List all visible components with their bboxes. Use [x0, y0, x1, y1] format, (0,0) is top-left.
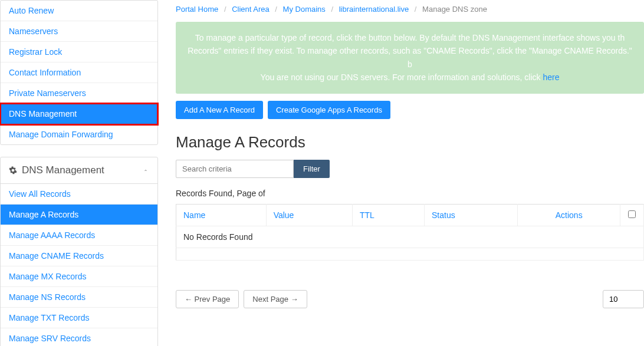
create-google-apps-button[interactable]: Create Google Apps A Records	[268, 101, 390, 119]
table-header-actions[interactable]: Actions	[518, 204, 620, 226]
breadcrumb-separator: /	[411, 5, 420, 14]
sidebar-dns-panel: DNS Management View All Records Manage A…	[0, 157, 158, 346]
alert-line-3-prefix: You are not using our DNS servers. For m…	[261, 73, 543, 82]
records-table: Name Value TTL Status Actions No Records…	[176, 204, 644, 261]
breadcrumb-current: Manage DNS zone	[422, 5, 487, 14]
table-header-value[interactable]: Value	[266, 204, 352, 226]
sidebar-item-nameservers[interactable]: Nameservers	[1, 21, 157, 41]
sidebar-item-private-nameservers[interactable]: Private Nameservers	[1, 83, 157, 103]
breadcrumb: Portal Home / Client Area / My Domains /…	[176, 0, 644, 22]
breadcrumb-my-domains[interactable]: My Domains	[283, 5, 326, 14]
next-page-button[interactable]: Next Page →	[244, 290, 307, 308]
dns-item-ns-records[interactable]: Manage NS Records	[1, 287, 157, 307]
breadcrumb-separator: /	[221, 5, 230, 14]
dns-panel-title: DNS Management	[22, 164, 104, 176]
chevron-up-icon	[142, 167, 149, 174]
sidebar-item-domain-forwarding[interactable]: Manage Domain Forwarding	[1, 124, 157, 144]
table-empty-row: No Records Found	[176, 226, 644, 248]
table-header-name[interactable]: Name	[176, 204, 267, 226]
add-a-record-button[interactable]: Add A New A Record	[176, 101, 263, 119]
alert-line-1: To manage a particular type of record, c…	[188, 31, 632, 44]
sidebar-item-auto-renew[interactable]: Auto Renew	[1, 1, 157, 21]
dns-item-view-all[interactable]: View All Records	[1, 184, 157, 204]
dns-item-mx-records[interactable]: Manage MX Records	[1, 266, 157, 286]
breadcrumb-separator: /	[327, 5, 337, 14]
alert-here-link[interactable]: here	[543, 73, 559, 82]
gear-icon	[9, 166, 17, 174]
sidebar-item-contact-info[interactable]: Contact Information	[1, 62, 157, 83]
dns-item-cname-records[interactable]: Manage CNAME Records	[1, 246, 157, 266]
breadcrumb-domain[interactable]: librainternational.live	[339, 5, 409, 14]
page-title: Manage A Records	[176, 133, 644, 151]
records-found-text: Records Found, Page of	[176, 189, 644, 198]
sidebar-item-registrar-lock[interactable]: Registrar Lock	[1, 42, 157, 62]
table-header-status[interactable]: Status	[425, 204, 518, 226]
breadcrumb-portal-home[interactable]: Portal Home	[176, 5, 218, 14]
dns-item-aaaa-records[interactable]: Manage AAAA Records	[1, 225, 157, 245]
table-spacer-row	[176, 248, 644, 260]
info-alert: To manage a particular type of record, c…	[176, 22, 644, 94]
alert-line-2: Records" entries if they exist. To manag…	[188, 44, 632, 71]
sidebar-item-dns-management[interactable]: DNS Management	[1, 104, 157, 124]
prev-page-button[interactable]: ← Prev Page	[176, 290, 239, 308]
search-input[interactable]	[176, 160, 294, 178]
dns-item-a-records[interactable]: Manage A Records	[1, 205, 157, 225]
dns-panel-header[interactable]: DNS Management	[1, 157, 157, 184]
table-header-ttl[interactable]: TTL	[352, 204, 424, 226]
table-header-checkbox	[620, 204, 644, 226]
breadcrumb-client-area[interactable]: Client Area	[232, 5, 270, 14]
dns-item-txt-records[interactable]: Manage TXT Records	[1, 308, 157, 328]
sidebar-domain-nav: Auto Renew Nameservers Registrar Lock Co…	[0, 0, 158, 145]
dns-item-srv-records[interactable]: Manage SRV Records	[1, 328, 157, 346]
breadcrumb-separator: /	[271, 5, 281, 14]
select-all-checkbox[interactable]	[628, 210, 636, 218]
filter-button[interactable]: Filter	[294, 160, 330, 178]
no-records-text: No Records Found	[176, 226, 644, 248]
page-size-input[interactable]	[603, 290, 644, 308]
